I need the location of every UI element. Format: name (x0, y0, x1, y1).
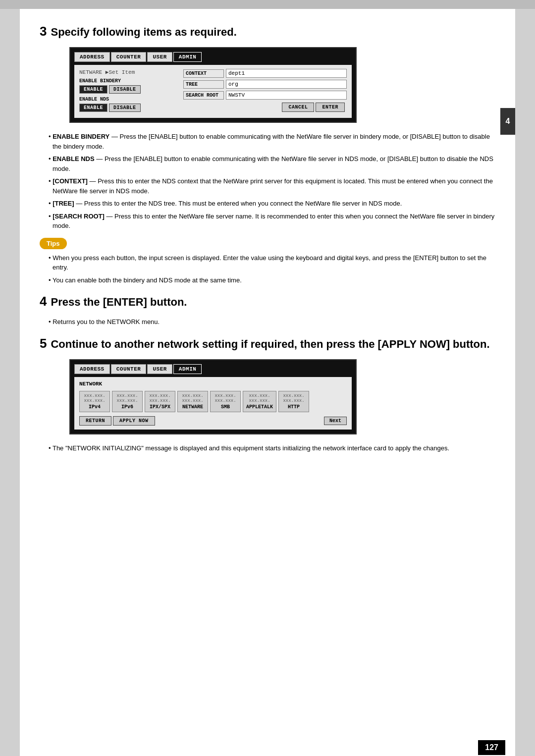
ipxspx-label: IPX/SPX (148, 404, 172, 410)
page-number: 127 (478, 740, 505, 755)
search-root-row: SEARCH ROOT (183, 91, 347, 100)
http-label: HTTP (282, 404, 306, 410)
netware-label2: NETWARE (181, 404, 205, 410)
ipv6-xxx2: xxx.xxx. (115, 398, 139, 403)
tab2-user[interactable]: USER (147, 364, 172, 374)
cancel-button[interactable]: CANCEL (282, 103, 314, 112)
ipv6-label: IPv6 (115, 404, 139, 410)
tab2-counter[interactable]: COUNTER (111, 364, 147, 374)
search-root-input[interactable] (226, 91, 347, 100)
network-cell-netware[interactable]: xxx.xxx. xxx.xxx. NETWARE (177, 391, 208, 412)
return-button[interactable]: RETURN (79, 416, 111, 426)
enable-nds-enable-btn[interactable]: ENABLE (79, 104, 107, 112)
tab-row: ADDRESS COUNTER USER ADMIN (74, 52, 352, 62)
tree-input[interactable] (226, 80, 347, 89)
footnote-text: The "NETWORK INITIALIZING" message is di… (45, 443, 495, 453)
step3-title: Specify following items as required. (51, 26, 236, 39)
network-cell-http[interactable]: xxx.xxx. xxx.xxx. HTTP (278, 391, 309, 412)
smb-label: SMB (214, 404, 237, 410)
context-input[interactable] (226, 69, 347, 78)
ipv6-xxx1: xxx.xxx. (115, 393, 139, 398)
bullet-search-root: [SEARCH ROOT] — Press this to enter the … (45, 212, 495, 231)
enable-bindery-disable-btn[interactable]: DISABLE (109, 85, 141, 94)
step5-title: Continue to another network setting if r… (51, 338, 489, 351)
enable-nds-disable-btn[interactable]: DISABLE (109, 104, 141, 112)
tab-admin[interactable]: ADMIN (173, 52, 202, 62)
netware-xxx2: xxx.xxx. (181, 398, 205, 403)
ipv4-xxx2: xxx.xxx. (83, 398, 107, 403)
http-xxx2: xxx.xxx. (282, 398, 306, 403)
bullets-section1: ENABLE BINDERY — Press the [ENABLE] butt… (45, 132, 495, 231)
enable-bindery-btns: ENABLE DISABLE (79, 85, 178, 94)
appletalk-label: APPLETALK (246, 404, 273, 410)
bullet-enable-nds: ENABLE NDS — Press the [ENABLE] button t… (45, 154, 495, 173)
netware-settings-panel: ADDRESS COUNTER USER ADMIN NETWARE ▶Set … (69, 47, 357, 123)
network-label: NETWORK (79, 381, 347, 387)
apply-now-button[interactable]: APPLY NOW (113, 416, 155, 426)
network-bottom: RETURN APPLY NOW Next (79, 416, 347, 426)
tab-row-2: ADDRESS COUNTER USER ADMIN (74, 364, 352, 374)
bullet-context: [CONTEXT] — Press this to enter the NDS … (45, 176, 495, 196)
sidebar-number: 4 (500, 108, 515, 135)
http-xxx1: xxx.xxx. (282, 393, 306, 398)
panel-inner: NETWARE ▶Set Item ENABLE BINDERY ENABLE … (74, 65, 352, 118)
tips-badge: Tips (40, 238, 67, 249)
context-row: CONTEXT (183, 69, 347, 78)
network-cell-ipv4[interactable]: xxx.xxx. xxx.xxx. IPv4 (79, 391, 110, 412)
left-col: NETWARE ▶Set Item ENABLE BINDERY ENABLE … (79, 69, 178, 114)
step4-returns: Returns you to the NETWORK menu. (45, 317, 495, 327)
tips-item-2: You can enable both the bindery and NDS … (45, 275, 495, 285)
context-label[interactable]: CONTEXT (183, 69, 224, 78)
ipxspx-xxx2: xxx.xxx. (148, 398, 172, 403)
bullet-tree: [TREE] — Press this to enter the NDS tre… (45, 199, 495, 209)
network-cell-appletalk[interactable]: xxx.xxx. xxx.xxx. APPLETALK (243, 391, 276, 412)
right-col: CONTEXT TREE SEARCH ROOT CANCEL ENTER (183, 69, 347, 114)
network-cell-ipv6[interactable]: xxx.xxx. xxx.xxx. IPv6 (112, 391, 143, 412)
network-settings-panel: ADDRESS COUNTER USER ADMIN NETWORK xxx.x… (69, 359, 357, 434)
ipv4-xxx1: xxx.xxx. (83, 393, 107, 398)
tab-address[interactable]: ADDRESS (74, 52, 110, 62)
tips-item-1: When you press each button, the input sc… (45, 253, 495, 272)
tree-row: TREE (183, 80, 347, 89)
enable-nds-btns: ENABLE DISABLE (79, 104, 178, 112)
footnote-section: The "NETWORK INITIALIZING" message is di… (45, 443, 495, 453)
network-cell-smb[interactable]: xxx.xxx. xxx.xxx. SMB (210, 391, 241, 412)
network-inner: NETWORK xxx.xxx. xxx.xxx. IPv4 xxx.xxx. … (74, 377, 352, 430)
tree-label[interactable]: TREE (183, 80, 224, 89)
netware-row: NETWARE ▶Set Item (79, 69, 178, 75)
ipv4-label: IPv4 (83, 404, 107, 410)
step4-heading: 4 Press the [ENTER] button. (40, 294, 495, 309)
step4-number: 4 (40, 294, 47, 309)
tips-section: Tips When you press each button, the inp… (40, 238, 495, 285)
step4-title: Press the [ENTER] button. (51, 296, 187, 309)
step4-sub: Returns you to the NETWORK menu. (45, 317, 495, 327)
step3-number: 3 (40, 24, 47, 39)
enter-button[interactable]: ENTER (316, 103, 345, 112)
bullet-enable-bindery: ENABLE BINDERY — Press the [ENABLE] butt… (45, 132, 495, 151)
step5-number: 5 (40, 336, 47, 351)
tab-counter[interactable]: COUNTER (111, 52, 147, 62)
tips-bullets: When you press each button, the input sc… (45, 253, 495, 285)
step3-heading: 3 Specify following items as required. (40, 24, 495, 39)
netware-xxx1: xxx.xxx. (181, 393, 205, 398)
appletalk-xxx1: xxx.xxx. (246, 393, 273, 398)
enable-nds-label: ENABLE NDS (79, 97, 178, 102)
enable-bindery-label: ENABLE BINDERY (79, 78, 178, 84)
smb-xxx2: xxx.xxx. (214, 398, 237, 403)
enable-bindery-enable-btn[interactable]: ENABLE (79, 85, 107, 94)
appletalk-xxx2: xxx.xxx. (246, 398, 273, 403)
tab2-admin[interactable]: ADMIN (173, 364, 202, 374)
step5-heading: 5 Continue to another network setting if… (40, 336, 495, 351)
next-button[interactable]: Next (324, 417, 347, 425)
ipxspx-xxx1: xxx.xxx. (148, 393, 172, 398)
network-action-btns: RETURN APPLY NOW (79, 416, 155, 426)
network-grid: xxx.xxx. xxx.xxx. IPv4 xxx.xxx. xxx.xxx.… (79, 391, 347, 412)
panel-bottom-btns: CANCEL ENTER (183, 103, 347, 112)
search-root-label[interactable]: SEARCH ROOT (183, 91, 224, 100)
tab-user[interactable]: USER (147, 52, 172, 62)
tab2-address[interactable]: ADDRESS (74, 364, 110, 374)
smb-xxx1: xxx.xxx. (214, 393, 237, 398)
network-cell-ipxspx[interactable]: xxx.xxx. xxx.xxx. IPX/SPX (145, 391, 175, 412)
